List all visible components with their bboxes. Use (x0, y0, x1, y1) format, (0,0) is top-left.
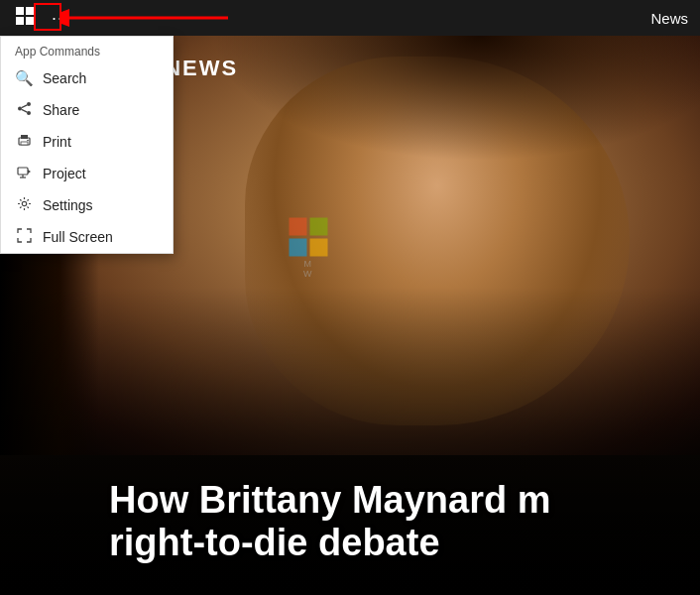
topbar-left: ··· (10, 3, 75, 33)
print-icon (15, 133, 33, 151)
share-icon (15, 101, 33, 119)
svg-point-7 (18, 107, 22, 111)
headline-area: How Brittany Maynard m right-to-die deba… (0, 459, 700, 595)
svg-rect-13 (21, 142, 28, 145)
watermark-text: MW (289, 259, 327, 279)
settings-icon (15, 196, 33, 214)
svg-line-10 (21, 109, 27, 112)
windows-watermark: MW (289, 218, 327, 279)
svg-rect-2 (16, 17, 24, 25)
app-icon-button[interactable] (10, 3, 40, 33)
menu-print-label: Print (43, 134, 71, 150)
menu-item-share[interactable]: Share (1, 94, 173, 126)
svg-marker-18 (28, 170, 31, 174)
fullscreen-icon (15, 228, 33, 246)
svg-rect-0 (16, 7, 24, 15)
search-icon: 🔍 (15, 69, 33, 87)
menu-settings-label: Settings (43, 197, 93, 213)
menu-item-search[interactable]: 🔍 Search (1, 62, 173, 94)
app-title-label: News (650, 10, 688, 27)
svg-rect-3 (26, 17, 34, 25)
more-options-button[interactable]: ··· (46, 3, 75, 33)
top-bar: ··· News (0, 0, 700, 36)
project-icon (15, 165, 33, 182)
svg-rect-12 (21, 135, 28, 139)
svg-point-6 (27, 102, 31, 106)
menu-fullscreen-label: Full Screen (43, 229, 113, 245)
menu-item-print[interactable]: Print (1, 126, 173, 158)
svg-rect-1 (26, 7, 34, 15)
menu-item-fullscreen[interactable]: Full Screen (1, 221, 173, 253)
menu-item-project[interactable]: Project (1, 158, 173, 189)
svg-line-9 (21, 105, 27, 108)
headline-line1: How Brittany Maynard m (109, 479, 551, 521)
context-menu: App Commands 🔍 Search Share Print (0, 36, 174, 254)
menu-search-label: Search (43, 70, 86, 86)
svg-point-19 (22, 201, 26, 205)
more-icon: ··· (52, 8, 69, 29)
menu-project-label: Project (43, 166, 86, 181)
svg-point-14 (27, 140, 29, 142)
menu-item-settings[interactable]: Settings (1, 189, 173, 221)
app-grid-icon (16, 7, 34, 29)
menu-share-label: Share (43, 102, 79, 118)
headline-text: How Brittany Maynard m right-to-die deba… (109, 479, 680, 565)
menu-section-header: App Commands (1, 37, 173, 62)
svg-point-8 (27, 111, 31, 115)
headline-line2: right-to-die debate (109, 522, 440, 563)
svg-rect-15 (18, 168, 28, 175)
